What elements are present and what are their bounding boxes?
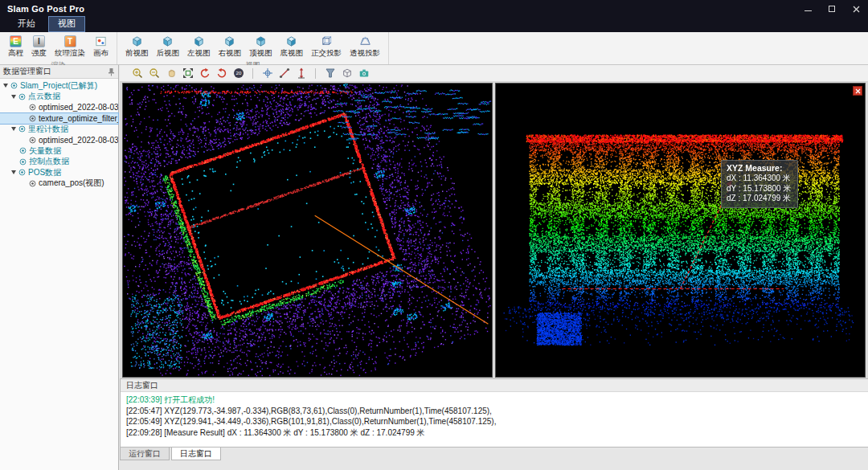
zoom-out-icon (149, 67, 160, 79)
tree-node-optimised-cloud[interactable]: optimised_2022-08-03_2... (0, 102, 118, 113)
texture-render-button[interactable]: T 纹理渲染 (51, 34, 89, 60)
tree-node-camera-pos[interactable]: camera_pos(视图) (0, 178, 118, 190)
tab-view[interactable]: 视图 (48, 16, 85, 32)
select-box-button[interactable] (339, 66, 354, 80)
expander-icon[interactable] (11, 127, 16, 131)
left-view-icon (193, 35, 205, 47)
tree-node-texture-optimize-cloud[interactable]: texture_optimize_filter_o... (0, 113, 118, 125)
tab-start[interactable]: 开始 (8, 16, 45, 32)
measure-height-icon (296, 67, 307, 79)
visibility-icon[interactable] (10, 82, 18, 89)
zoom-in-button[interactable] (129, 66, 145, 80)
fov-badge: 20 (235, 70, 241, 76)
tree-node-label: 矢量数据 (29, 145, 61, 157)
expander-icon[interactable] (3, 84, 8, 88)
tab-log-window[interactable]: 日志窗口 (171, 448, 221, 460)
tab-run-window[interactable]: 运行窗口 (120, 448, 170, 460)
pick-point-button[interactable] (260, 66, 275, 80)
visibility-icon[interactable] (18, 169, 26, 176)
maximize-button[interactable] (820, 0, 844, 18)
right-view-button[interactable]: 右视图 (215, 34, 246, 60)
maximize-icon (829, 6, 835, 12)
expander-icon[interactable] (11, 170, 16, 174)
button-label: 画布 (93, 48, 108, 59)
visibility-icon[interactable] (29, 137, 36, 144)
orthographic-projection-button[interactable]: 正交投影 (307, 34, 346, 60)
pointcloud-elevation-canvas[interactable] (496, 84, 865, 377)
fov-button[interactable]: 20 (231, 66, 246, 80)
viewport-top-view[interactable] (122, 83, 493, 378)
data-tree: Slam_Project(已解算) 点云数据 optimised_2022-08… (0, 79, 118, 189)
app-title: Slam Go Post Pro (0, 4, 84, 14)
camera-icon (358, 67, 370, 79)
titlebar: Slam Go Post Pro (0, 0, 868, 18)
close-button[interactable] (844, 0, 868, 18)
visibility-icon[interactable] (18, 93, 26, 100)
visibility-icon[interactable] (29, 104, 36, 111)
tree-node-label: 里程计数据 (28, 124, 68, 135)
visibility-icon[interactable] (29, 180, 36, 187)
measure-dy: dY : 15.173800 米 (727, 184, 791, 194)
canvas-button[interactable]: 画布 (89, 34, 113, 60)
tree-node-optimised-odometry[interactable]: optimised_2022-08-03_2... (0, 135, 118, 146)
visibility-icon[interactable] (19, 147, 27, 154)
rotate-cw-icon (216, 67, 227, 79)
tree-node-pointcloud-data[interactable]: 点云数据 (0, 92, 118, 103)
zoom-in-icon (132, 67, 143, 79)
log-line: [22:05:49] XYZ(129.941,-34.449,-0.336),R… (126, 416, 862, 427)
top-view-button[interactable]: 顶视图 (245, 34, 276, 60)
filter-icon (325, 67, 336, 79)
tree-node-label: camera_pos(视图) (39, 178, 104, 190)
visibility-icon[interactable] (29, 115, 36, 122)
pan-button[interactable] (163, 66, 178, 80)
visibility-icon[interactable] (18, 125, 26, 133)
minimize-button[interactable] (796, 0, 820, 18)
tree-node-label: 点云数据 (28, 92, 60, 103)
ribbon-group-render: E 高程 I 强度 T 纹理渲染 画布 渲染 (0, 32, 117, 64)
left-view-button[interactable]: 左视图 (183, 34, 215, 60)
measure-distance-button[interactable] (276, 66, 292, 80)
tree-node-pos-data[interactable]: POS数据 (0, 167, 118, 178)
tree-node-label: POS数据 (28, 167, 61, 178)
measure-height-button[interactable] (293, 66, 309, 80)
toolbar-separator (252, 68, 253, 79)
intensity-render-button[interactable]: I 强度 (27, 34, 51, 60)
top-view-icon (255, 35, 267, 47)
perspective-icon (359, 35, 371, 47)
tree-node-vector-data[interactable]: 矢量数据 (0, 145, 118, 157)
tree-node-project[interactable]: Slam_Project(已解算) (0, 80, 118, 92)
perspective-projection-button[interactable]: 透视投影 (346, 34, 384, 60)
minimize-icon (805, 10, 812, 11)
viewport-elevation-view[interactable]: XYZ Measure: dX : 11.364300 米 dY : 15.17… (495, 83, 866, 378)
tree-node-odometry-data[interactable]: 里程计数据 (0, 124, 118, 135)
close-icon (853, 6, 860, 13)
front-view-button[interactable]: 前视图 (121, 34, 153, 60)
texture-icon: T (64, 35, 76, 47)
log-body: [22:03:39] 打开工程成功! [22:05:47] XYZ(129.77… (121, 392, 868, 440)
elevation-render-button[interactable]: E 高程 (4, 34, 27, 60)
button-label: 高程 (8, 48, 23, 59)
measure-tooltip: XYZ Measure: dX : 11.364300 米 dY : 15.17… (721, 160, 798, 208)
zoom-extent-button[interactable] (180, 66, 195, 80)
viewport-close-button[interactable] (853, 86, 862, 96)
expander-icon[interactable] (11, 95, 16, 99)
canvas-icon (95, 35, 107, 47)
tree-node-label: 控制点数据 (29, 157, 69, 168)
filter-button[interactable] (322, 66, 338, 80)
bottom-view-button[interactable]: 底视图 (276, 34, 308, 60)
button-label: 纹理渲染 (55, 48, 85, 59)
log-line: [22:05:47] XYZ(129.773,-34.987,-0.334),R… (126, 406, 862, 417)
zoom-out-button[interactable] (146, 66, 162, 80)
rotate-ccw-button[interactable] (197, 66, 212, 80)
tree-node-controlpoint-data[interactable]: 控制点数据 (0, 157, 118, 168)
button-label: 正交投影 (311, 48, 342, 59)
pointcloud-top-canvas[interactable] (123, 84, 492, 377)
tree-node-label: optimised_2022-08-03_2... (39, 103, 118, 112)
rotate-cw-button[interactable] (214, 66, 229, 80)
button-label: 右视图 (219, 48, 242, 59)
viewport-area: XYZ Measure: dX : 11.364300 米 dY : 15.17… (120, 82, 868, 378)
visibility-icon[interactable] (19, 158, 27, 166)
snapshot-button[interactable] (356, 66, 371, 80)
pin-icon[interactable] (108, 67, 115, 76)
back-view-button[interactable]: 后视图 (153, 34, 184, 60)
